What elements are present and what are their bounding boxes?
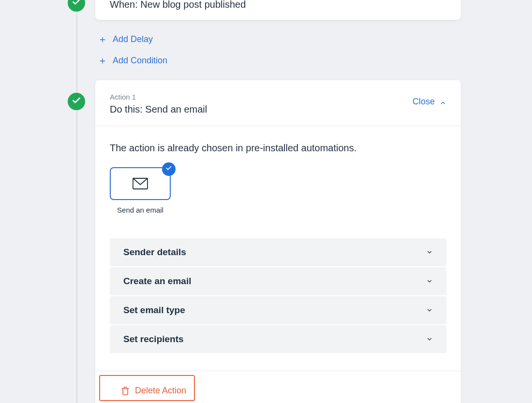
mail-icon xyxy=(133,178,148,189)
delete-action-button[interactable]: Delete Action xyxy=(110,383,191,399)
add-delay-button[interactable]: ＋ Add Delay xyxy=(95,33,169,45)
plus-icon: ＋ xyxy=(97,55,108,66)
chevron-down-icon xyxy=(426,307,433,314)
action-info-text: The action is already chosen in pre-inst… xyxy=(110,143,446,154)
action-body: The action is already chosen in pre-inst… xyxy=(95,126,461,369)
timeline-connector xyxy=(76,0,77,403)
action-title: Do this: Send an email xyxy=(110,104,207,115)
accordion-title: Sender details xyxy=(123,247,186,258)
add-condition-label: Add Condition xyxy=(113,56,167,66)
action-header: Action 1 Do this: Send an email Close xyxy=(95,80,461,126)
collapse-action-toggle[interactable]: Close xyxy=(413,93,446,107)
trigger-title: When: New blog post published xyxy=(110,0,446,10)
plus-icon: ＋ xyxy=(97,34,108,44)
chevron-down-icon xyxy=(426,336,433,343)
trigger-card: When: New blog post published xyxy=(95,0,461,20)
trigger-status-badge xyxy=(68,0,85,12)
chevron-up-icon xyxy=(440,99,446,105)
check-icon xyxy=(72,0,81,9)
action-type-chip-wrap: Send an email xyxy=(110,167,171,214)
selected-check-badge xyxy=(162,162,176,176)
chevron-down-icon xyxy=(426,249,433,256)
action-step-label: Action 1 xyxy=(110,93,207,101)
delete-action-row: Delete Action xyxy=(95,371,461,403)
action-card: Action 1 Do this: Send an email Close Th… xyxy=(95,80,461,403)
add-condition-button[interactable]: ＋ Add Condition xyxy=(95,54,169,67)
accordion-title: Create an email xyxy=(123,276,191,287)
accordion-set-email-type[interactable]: Set email type xyxy=(110,296,446,325)
send-email-chip[interactable] xyxy=(110,167,171,200)
check-icon xyxy=(72,96,81,107)
accordion-set-recipients[interactable]: Set recipients xyxy=(110,325,446,354)
accordion-create-email[interactable]: Create an email xyxy=(110,267,446,296)
delete-action-label: Delete Action xyxy=(135,386,186,396)
trash-icon xyxy=(121,387,129,395)
action-status-badge xyxy=(68,93,85,110)
add-step-links: ＋ Add Delay ＋ Add Condition xyxy=(95,33,169,67)
chevron-down-icon xyxy=(426,278,433,285)
accordion-title: Set recipients xyxy=(123,334,184,345)
close-label: Close xyxy=(413,97,435,107)
action-settings-accordion: Sender details Create an email Set email… xyxy=(110,238,446,354)
check-icon xyxy=(165,165,172,173)
add-delay-label: Add Delay xyxy=(113,34,153,44)
accordion-title: Set email type xyxy=(123,305,185,316)
accordion-sender-details[interactable]: Sender details xyxy=(110,238,446,267)
send-email-chip-label: Send an email xyxy=(117,206,163,214)
action-header-left: Action 1 Do this: Send an email xyxy=(110,93,207,115)
